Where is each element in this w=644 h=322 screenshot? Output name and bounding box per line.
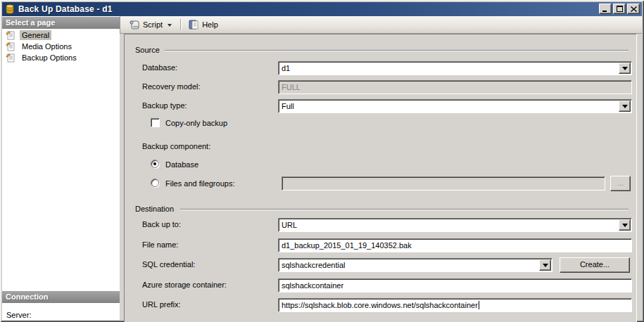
minimize-button[interactable] [599,4,612,14]
chevron-down-icon[interactable] [539,259,551,271]
copy-only-backup-label: Copy-only backup [165,119,227,128]
general-page-panel: Source Database: d1 Recovery model: FULL… [124,34,637,322]
database-combobox[interactable]: d1 [278,61,632,75]
destination-group-label: Destination [135,205,174,214]
files-filegroups-radio[interactable] [151,179,159,187]
page-icon [6,30,15,40]
database-radio[interactable] [151,160,159,168]
close-button[interactable] [627,4,640,14]
sidebar-item-general[interactable]: General [2,30,120,41]
database-icon [5,4,15,14]
source-group-label: Source [135,46,160,55]
database-label: Database: [142,63,177,72]
file-name-label: File name: [142,240,178,250]
script-dropdown-arrow-icon[interactable] [168,24,172,29]
help-button[interactable]: Help [185,18,221,32]
window-title: Back Up Database - d1 [18,4,113,14]
chevron-down-icon[interactable] [619,219,631,231]
connection-header: Connection [2,291,120,303]
script-button[interactable]: Script [126,18,176,32]
sidebar-item-label: Media Options [20,41,74,51]
database-value: d1 [282,63,617,74]
back-up-to-combobox[interactable]: URL [278,218,632,232]
script-scroll-icon [129,19,140,30]
select-a-page-header: Select a page [2,17,120,29]
page-icon [6,41,15,51]
help-label: Help [202,20,218,29]
backup-type-value: Full [282,101,617,112]
sidebar-item-label: Backup Options [20,53,79,63]
recovery-model-field: FULL [278,80,632,94]
chevron-down-icon[interactable] [619,101,631,112]
toolbar-separator [180,19,181,30]
sql-credential-label: SQL credential: [142,260,195,269]
server-label: Server: [6,311,31,320]
source-group-line [165,50,629,51]
sidebar: Select a page General Media Options [2,16,120,320]
text-cursor [479,301,479,309]
back-up-to-label: Back up to: [142,220,181,229]
azure-container-label: Azure storage container: [142,281,227,290]
backup-component-label: Backup component: [142,142,210,151]
page-icon [6,53,15,63]
backup-type-label: Backup type: [142,101,187,110]
script-label: Script [143,20,163,29]
backup-database-dialog: Back Up Database - d1 Select a page [0,0,644,322]
browse-button[interactable]: ... [610,176,631,191]
recovery-model-label: Recovery model: [142,82,201,91]
azure-container-value: sqlshackcontainer [282,281,343,290]
file-name-value: d1_backup_2015_01_19_140352.bak [282,241,412,250]
sql-credential-value: sqlshackcredential [282,260,538,271]
azure-container-field[interactable]: sqlshackcontainer [278,278,632,292]
sidebar-item-backup-options[interactable]: Backup Options [2,52,120,63]
help-book-icon [188,19,199,30]
file-name-field[interactable]: d1_backup_2015_01_19_140352.bak [278,238,632,252]
sidebar-item-media-options[interactable]: Media Options [2,41,120,52]
create-button[interactable]: Create... [560,257,630,273]
titlebar[interactable]: Back Up Database - d1 [2,2,642,16]
url-prefix-label: URL prefix: [142,300,181,309]
chevron-down-icon[interactable] [619,63,631,74]
sql-credential-combobox[interactable]: sqlshackcredential [278,258,553,272]
maximize-button[interactable] [613,4,626,14]
sidebar-item-label: General [20,30,51,40]
copy-only-backup-checkbox[interactable] [151,118,160,127]
back-up-to-value: URL [282,220,617,231]
backup-type-combobox[interactable]: Full [278,99,632,113]
database-radio-label: Database [165,160,198,169]
destination-group-line [180,209,629,210]
url-prefix-value: https://sqlshack.blob.core.windows.net/s… [282,301,478,309]
files-filegroups-label: Files and filegroups: [165,179,234,188]
url-prefix-field[interactable]: https://sqlshack.blob.core.windows.net/s… [278,298,632,312]
toolbar: Script Help [120,16,642,34]
files-filegroups-field [282,176,605,191]
